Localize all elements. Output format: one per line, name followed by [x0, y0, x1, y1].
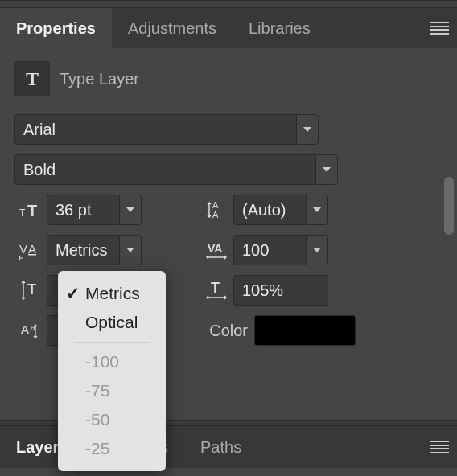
svg-text:A: A [212, 210, 219, 220]
color-swatch[interactable] [254, 315, 356, 346]
svg-text:T: T [27, 281, 36, 298]
tab-adjustments[interactable]: Adjustments [112, 8, 233, 48]
font-size-dropdown-button[interactable] [119, 195, 142, 225]
dropdown-item-metrics[interactable]: ✓ Metrics [58, 279, 166, 308]
svg-text:A: A [28, 242, 36, 256]
leading-field[interactable]: (Auto) [233, 195, 306, 225]
svg-text:a: a [31, 323, 35, 332]
kerning-dropdown-menu: ✓ Metrics ✓ Optical ✓-100 ✓-75 ✓-50 ✓-25 [58, 271, 166, 471]
chevron-down-icon [313, 207, 321, 212]
scrollbar-thumb[interactable] [444, 177, 454, 235]
svg-text:T: T [211, 280, 220, 296]
tab-libraries[interactable]: Libraries [233, 8, 327, 48]
dropdown-preset[interactable]: ✓-25 [58, 434, 166, 463]
font-size-field[interactable]: 36 pt [47, 195, 119, 225]
chevron-down-icon [126, 248, 134, 252]
chevron-down-icon [303, 127, 311, 132]
tracking-dropdown-button[interactable] [306, 235, 328, 265]
tab-properties[interactable]: Properties [0, 8, 112, 48]
dropdown-item-label: -25 [85, 439, 109, 458]
svg-text:T: T [27, 202, 37, 220]
vertical-scale-icon: T [14, 279, 47, 302]
tab-paths[interactable]: Paths [184, 426, 257, 468]
leading-dropdown-button[interactable] [306, 195, 328, 225]
svg-text:A: A [21, 322, 29, 336]
dropdown-item-label: -100 [85, 352, 119, 371]
layer-type-label: Type Layer [60, 70, 139, 88]
dropdown-item-optical[interactable]: ✓ Optical [58, 308, 166, 337]
dropdown-divider [74, 342, 150, 343]
panel-menu-icon[interactable] [430, 22, 449, 35]
svg-text:T: T [19, 207, 26, 219]
svg-text:A: A [212, 200, 219, 210]
kerning-icon: VA [14, 240, 47, 261]
dropdown-item-label: Metrics [85, 284, 140, 303]
panel-top-border [0, 0, 457, 8]
dropdown-preset[interactable]: ✓-75 [58, 376, 166, 405]
top-tab-row: Properties Adjustments Libraries [0, 8, 457, 48]
svg-text:V: V [19, 242, 27, 256]
layer-type-row: T Type Layer [14, 61, 443, 96]
leading-icon: AA [201, 199, 233, 220]
baseline-shift-icon: Aa [14, 320, 47, 341]
font-family-field[interactable]: Arial [14, 114, 296, 145]
chevron-down-icon [323, 167, 331, 172]
font-style-field[interactable]: Bold [14, 154, 315, 185]
chevron-down-icon [313, 248, 321, 252]
tracking-field[interactable]: 100 [233, 235, 306, 265]
horizontal-scale-icon: T [201, 280, 233, 301]
type-layer-icon: T [14, 61, 50, 96]
svg-text:VA: VA [208, 242, 222, 255]
kerning-dropdown-button[interactable] [119, 235, 142, 265]
color-label: Color [209, 322, 248, 340]
chevron-down-icon [126, 207, 134, 212]
font-size-icon: TT [14, 200, 47, 220]
dropdown-preset[interactable]: ✓-50 [58, 405, 166, 434]
tracking-icon: VA [201, 240, 233, 261]
dropdown-preset[interactable]: ✓-100 [58, 347, 166, 376]
kerning-field[interactable]: Metrics [47, 235, 119, 265]
dropdown-item-label: Optical [85, 313, 138, 332]
font-family-dropdown-button[interactable] [296, 114, 319, 145]
dropdown-item-label: -75 [85, 381, 109, 400]
check-icon: ✓ [66, 284, 80, 303]
bottom-panel-menu-icon[interactable] [430, 441, 449, 453]
dropdown-item-label: -50 [85, 410, 109, 429]
horizontal-scale-field[interactable]: 105% [233, 275, 328, 306]
font-style-dropdown-button[interactable] [315, 154, 338, 185]
